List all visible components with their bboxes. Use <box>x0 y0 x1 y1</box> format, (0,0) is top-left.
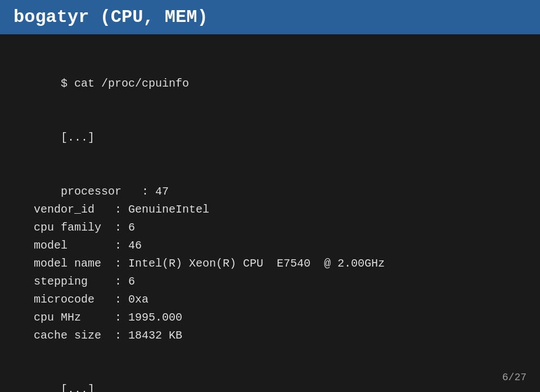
page-number: 6/27 <box>502 372 526 383</box>
slide-content: $ cat /proc/cpuinfo [...] processor : 47… <box>0 34 540 392</box>
ellipsis-after-cpu: [...] <box>61 383 94 392</box>
slide-title: bogatyr (CPU, MEM) <box>14 7 208 28</box>
slide-header: bogatyr (CPU, MEM) <box>0 0 540 34</box>
cpu-info-block: processor : 47 vendor_id : GenuineIntel … <box>34 185 385 342</box>
ellipsis-before-cpu: [...] <box>61 131 94 144</box>
code-section-cpu: $ cat /proc/cpuinfo [...] processor : 47… <box>34 57 506 392</box>
command-cpuinfo: $ cat /proc/cpuinfo <box>61 77 189 90</box>
